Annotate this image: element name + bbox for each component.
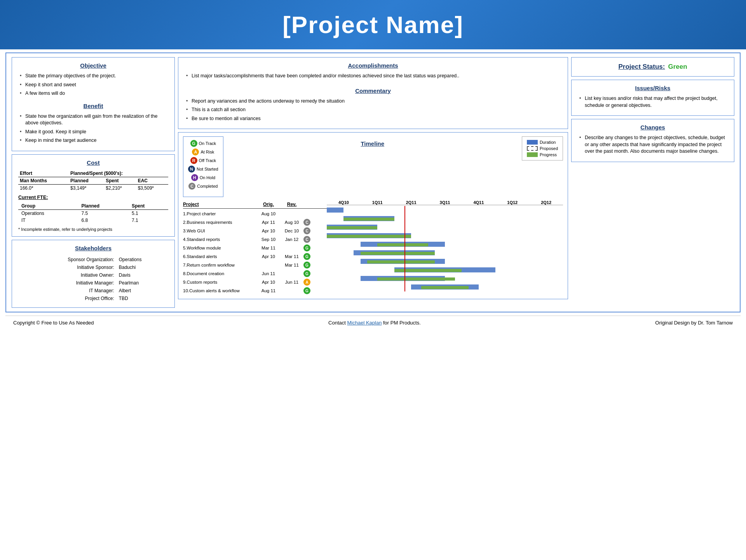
footer-left: Copyright © Free to Use As Needed <box>13 320 94 326</box>
val-planned: $3,149* <box>69 184 104 192</box>
proposed-label: Proposed <box>540 146 558 151</box>
at-risk-circle: A <box>192 148 199 155</box>
bar-duration <box>327 208 343 213</box>
main-content: Objective State the primary objectives o… <box>5 52 741 312</box>
project-rev: Aug 10 <box>280 220 303 225</box>
benefit-title: Benefit <box>18 103 168 109</box>
bar-legend: Duration Proposed Progress <box>527 140 558 157</box>
project-row: 3.Web GUIApr 10Dec 10C <box>183 227 327 235</box>
project-status-badge: G <box>303 270 310 277</box>
list-item: A few items will do <box>20 90 168 97</box>
page-header: [Project Name] <box>0 0 746 49</box>
project-status-badge: A <box>303 279 310 286</box>
cost-footnote: * Incomplete estimate, refer to underlyi… <box>18 227 168 232</box>
project-status-panel: Project Status: Green <box>571 57 734 77</box>
not-started-circle: N <box>188 166 195 173</box>
bar-legend-box: Duration Proposed Progress <box>522 136 563 160</box>
project-rows: 1.Project charterAug 102.Business requir… <box>183 209 327 295</box>
on-track-circle: G <box>190 140 197 147</box>
proposed-legend: Proposed <box>527 146 558 151</box>
project-name: 3.Web GUI <box>183 229 257 233</box>
stakeholder-label: Initiative Sponsor: <box>19 264 117 271</box>
legend-at-risk: A At Risk <box>192 148 214 155</box>
gantt-bar-row <box>327 274 563 283</box>
footer-center-link[interactable]: Michael Kaplan <box>347 320 382 326</box>
q-label: 2Q12 <box>529 200 563 205</box>
projects-list: Project Orig. Rev. 1.Project charterAug … <box>183 200 327 295</box>
col-man-months: Man Months <box>18 177 69 184</box>
project-name: 1.Project charter <box>183 211 257 216</box>
today-line <box>404 206 405 291</box>
list-item: Keep in mind the target audience <box>20 137 168 144</box>
project-status-value: Green <box>668 63 687 71</box>
stakeholder-value: Baduchi <box>117 264 167 271</box>
project-row: 4.Standard reportsSep 10Jan 12C <box>183 235 327 244</box>
footer-center-post: for PM Products. <box>382 320 420 326</box>
project-orig: Apr 10 <box>257 229 280 233</box>
progress-color <box>527 152 538 157</box>
at-risk-label: At Risk <box>200 150 214 154</box>
project-rev: Jan 12 <box>280 237 303 242</box>
table-row: IT Manager: Albert <box>19 287 167 294</box>
fte-row1-planned: 7.5 <box>78 209 129 217</box>
duration-color <box>527 140 538 145</box>
table-row: Initiative Owner: Davis <box>19 272 167 279</box>
progress-legend: Progress <box>527 152 558 157</box>
issues-risks-title: Issues/Risks <box>578 85 728 91</box>
project-name: 2.Business requirements <box>183 220 257 225</box>
stakeholder-label: Project Office: <box>19 295 117 302</box>
project-rev: Jun 11 <box>280 280 303 284</box>
changes-panel: Changes Describe any changes to the proj… <box>571 119 734 162</box>
bar-progress <box>377 277 455 281</box>
project-name: 8.Document creation <box>183 271 257 276</box>
legend-off-track: R Off Track <box>190 157 216 164</box>
project-status-badge: G <box>303 262 310 269</box>
list-item: Be sure to mention all variances <box>186 115 561 122</box>
list-item: List major tasks/accomplishments that ha… <box>186 73 561 80</box>
fte-row1-spent: 5.1 <box>129 209 168 217</box>
completed-circle: C <box>188 183 195 190</box>
stakeholders-panel: Stakeholders Sponsor Organization: Opera… <box>12 240 175 308</box>
project-row: 10.Custom alerts & workflowAug 11G <box>183 286 327 295</box>
not-started-label: Not Started <box>197 167 218 171</box>
project-row: 8.Document creationJun 11G <box>183 269 327 278</box>
cost-panel: Cost Effort Planned/Spent ($000's): Man … <box>12 154 175 237</box>
col-planned: Planned <box>69 177 104 184</box>
proj-col-orig: Orig. <box>257 202 280 207</box>
project-name: 7.Return confirm workflow <box>183 263 257 267</box>
gantt-bars-area <box>327 206 563 291</box>
accomplishments-list: List major tasks/accomplishments that ha… <box>185 73 561 80</box>
off-track-circle: R <box>190 157 197 164</box>
middle-column: Accomplishments List major tasks/accompl… <box>178 57 568 308</box>
completed-label: Completed <box>197 184 218 188</box>
stakeholder-label: Initiative Owner: <box>19 272 117 279</box>
stakeholders-table: Sponsor Organization: Operations Initiat… <box>18 255 168 303</box>
on-hold-label: On Hold <box>200 175 215 180</box>
table-row: Initiative Manager: Pearlman <box>19 279 167 286</box>
fte-row2-planned: 6.8 <box>78 217 129 224</box>
table-row: Project Office: TBD <box>19 295 167 302</box>
list-item: State how the organization will gain fro… <box>20 113 168 127</box>
fte-label: Current FTE: <box>18 195 168 200</box>
project-status-badge: C <box>303 219 310 226</box>
project-status-badge: G <box>303 244 310 251</box>
project-orig: Apr 10 <box>257 254 280 259</box>
status-legend-box: G On Track A At Risk R Off Track N <box>183 136 223 197</box>
val-spent: $2,210* <box>104 184 136 192</box>
off-track-label: Off Track <box>199 158 216 163</box>
stakeholder-value: Davis <box>117 272 167 279</box>
project-orig: Apr 11 <box>257 220 280 225</box>
table-row: Initiative Sponsor: Baduchi <box>19 264 167 271</box>
right-column: Project Status: Green Issues/Risks List … <box>571 57 734 308</box>
duration-label: Duration <box>540 140 556 145</box>
project-name: 6.Standard alerts <box>183 254 257 259</box>
on-hold-circle: H <box>191 174 198 181</box>
project-name: 4.Standard reports <box>183 237 257 242</box>
project-orig: Sep 10 <box>257 237 280 242</box>
stakeholder-label: Sponsor Organization: <box>19 256 117 263</box>
objective-title: Objective <box>18 62 168 69</box>
list-item: Describe any changes to the project obje… <box>579 134 728 155</box>
project-row: 9.Custom reportsApr 10Jun 11A <box>183 278 327 286</box>
list-item: This is a catch all section <box>186 106 561 113</box>
list-item: Make it good. Keep it simple <box>20 129 168 136</box>
